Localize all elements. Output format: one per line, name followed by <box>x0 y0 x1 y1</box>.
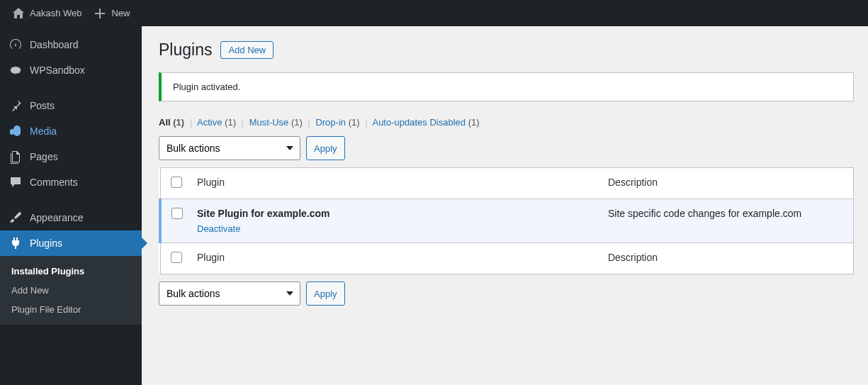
menu-plugins[interactable]: Plugins <box>0 230 142 256</box>
submenu-editor[interactable]: Plugin File Editor <box>0 300 142 319</box>
bulk-action-select-top[interactable]: Bulk actions <box>159 136 300 160</box>
pages-icon <box>9 150 23 164</box>
plugin-name: Site Plugin for example.com <box>197 208 594 219</box>
dashboard-icon <box>9 38 23 52</box>
notice-text: Plugin activated. <box>173 82 240 92</box>
menu-wpsandbox[interactable]: WPSandbox <box>0 57 142 83</box>
col-footer-plugin[interactable]: Plugin <box>190 243 601 274</box>
apply-button-bottom[interactable]: Apply <box>306 281 345 306</box>
admin-sidebar: Dashboard WPSandbox Posts Media Pages Co… <box>0 26 142 385</box>
add-new-button[interactable]: Add New <box>220 41 274 59</box>
plugins-submenu: Installed Plugins Add New Plugin File Ed… <box>0 256 142 325</box>
filter-mustuse[interactable]: Must-Use (1) <box>249 117 303 128</box>
col-header-description[interactable]: Description <box>601 168 854 199</box>
plus-icon <box>93 6 107 21</box>
media-icon <box>9 124 23 138</box>
new-link[interactable]: New <box>87 0 135 26</box>
filter-dropin[interactable]: Drop-in (1) <box>315 117 359 128</box>
submenu-add-new[interactable]: Add New <box>0 281 142 300</box>
brush-icon <box>9 211 23 225</box>
select-all-bottom[interactable] <box>171 252 182 263</box>
gear-icon <box>9 63 23 77</box>
plugins-table: Plugin Description Site Plugin for examp… <box>159 167 854 274</box>
notice-success: Plugin activated. <box>159 72 854 101</box>
new-label: New <box>111 8 130 18</box>
apply-button-top[interactable]: Apply <box>306 136 345 160</box>
filter-all[interactable]: All (1) <box>159 117 184 128</box>
col-header-plugin[interactable]: Plugin <box>190 168 601 199</box>
bulk-action-select-bottom[interactable]: Bulk actions <box>159 281 300 306</box>
pin-icon <box>9 99 23 113</box>
filter-active[interactable]: Active (1) <box>197 117 236 128</box>
main-content: Plugins Add New Plugin activated. All (1… <box>142 26 868 385</box>
deactivate-link[interactable]: Deactivate <box>197 223 240 234</box>
filter-autoupdate[interactable]: Auto-updates Disabled (1) <box>372 117 479 128</box>
row-checkbox[interactable] <box>171 208 183 219</box>
site-name: Aakash Web <box>30 8 81 18</box>
plugin-description: Site specific code changes for example.c… <box>601 199 854 243</box>
menu-comments[interactable]: Comments <box>0 169 142 195</box>
menu-media[interactable]: Media <box>0 118 142 144</box>
plugin-icon <box>9 236 23 250</box>
menu-dashboard[interactable]: Dashboard <box>0 32 142 57</box>
page-title: Plugins <box>159 40 212 60</box>
status-filters: All (1) | Active (1) | Must-Use (1) | Dr… <box>159 117 854 128</box>
menu-pages[interactable]: Pages <box>0 144 142 169</box>
submenu-installed[interactable]: Installed Plugins <box>0 262 142 281</box>
table-row: Site Plugin for example.com Deactivate S… <box>160 199 854 243</box>
select-all-top[interactable] <box>171 177 182 188</box>
menu-appearance[interactable]: Appearance <box>0 205 142 230</box>
menu-posts[interactable]: Posts <box>0 93 142 118</box>
comment-icon <box>9 175 23 189</box>
site-link[interactable]: Aakash Web <box>6 0 87 26</box>
home-icon <box>11 6 26 21</box>
col-footer-description[interactable]: Description <box>601 243 854 274</box>
